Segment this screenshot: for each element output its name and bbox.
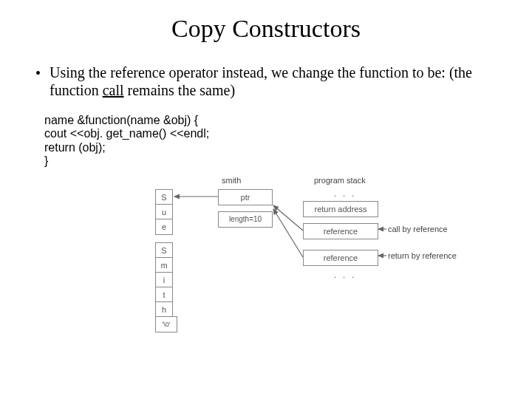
dots-bottom: . . . <box>334 270 356 279</box>
cell-smith-1: m <box>155 257 173 273</box>
cell-smith-5: '\0' <box>155 316 177 332</box>
bullet-text: Using the reference operator instead, we… <box>50 64 488 99</box>
code-block: name &function(name &obj) { cout <<obj. … <box>44 114 532 168</box>
box-reference-1: reference <box>303 223 378 239</box>
diagram: smith S u e S m i t h '\0' ptr length=10… <box>148 176 473 361</box>
cell-smith-4: h <box>155 301 173 318</box>
code-line-2: cout <<obj. get_name() <<endl; <box>44 127 532 140</box>
cell-sue-1: u <box>155 204 173 220</box>
cell-smith-3: t <box>155 287 173 303</box>
svg-line-1 <box>273 205 303 231</box>
cell-smith-0: S <box>155 242 173 259</box>
box-reference-2: reference <box>303 250 378 266</box>
box-length: length=10 <box>218 211 273 228</box>
label-program-stack: program stack <box>314 176 366 185</box>
svg-line-2 <box>273 209 303 257</box>
cell-smith-2: i <box>155 272 173 288</box>
bullet-dot: • <box>35 65 41 82</box>
box-ptr: ptr <box>218 189 273 205</box>
bullet-underlined: call <box>103 82 124 98</box>
code-line-4: } <box>44 154 532 168</box>
code-line-3: return (obj); <box>44 141 532 154</box>
cell-sue-0: S <box>155 189 173 205</box>
label-smith: smith <box>222 176 241 185</box>
code-line-1: name &function(name &obj) { <box>44 114 532 127</box>
bullet-item: • Using the reference operator instead, … <box>35 64 488 99</box>
bullet-post: remains the same) <box>124 82 236 98</box>
label-call-by-reference: call by reference <box>388 225 448 233</box>
dots-top: . . . <box>334 189 356 198</box>
box-return-address: return address <box>303 201 378 217</box>
cell-sue-2: e <box>155 219 173 235</box>
label-return-by-reference: return by reference <box>388 251 457 260</box>
page-title: Copy Constructors <box>0 15 532 43</box>
